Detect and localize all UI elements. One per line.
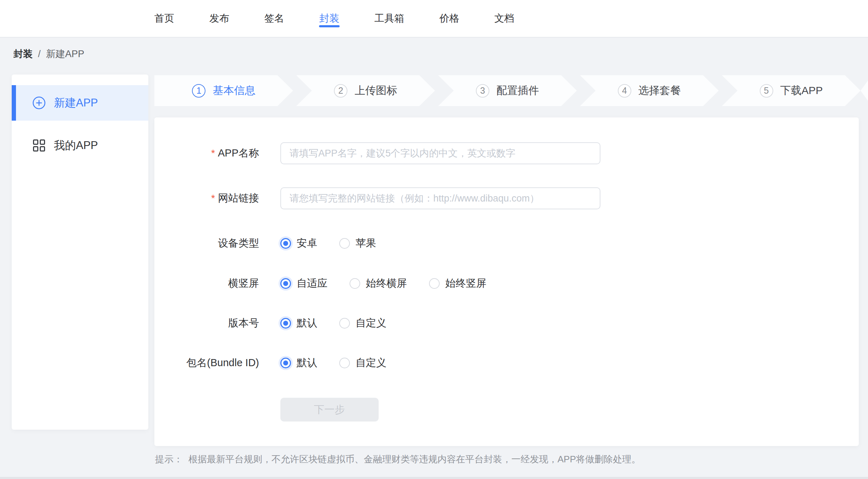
- radio-orientation-landscape[interactable]: 始终横屏: [350, 276, 407, 291]
- website-url-input[interactable]: [280, 187, 600, 209]
- breadcrumb-parent[interactable]: 封装: [13, 48, 33, 60]
- radio-bundle-custom[interactable]: 自定义: [339, 356, 386, 370]
- footer-strip: [0, 477, 868, 479]
- step-label: 下载APP: [780, 83, 823, 98]
- nav-item-package[interactable]: 封装: [319, 0, 339, 37]
- radio-orientation-auto[interactable]: 自适应: [280, 276, 328, 291]
- app-name-input[interactable]: [280, 142, 600, 164]
- nav-item-toolbox[interactable]: 工具箱: [374, 0, 404, 37]
- version-label: 版本号: [154, 316, 259, 330]
- radio-icon: [350, 278, 360, 289]
- step-1-basic-info: 1 基本信息: [154, 75, 293, 106]
- app-name-label: *APP名称: [154, 146, 259, 160]
- required-asterisk: *: [211, 193, 215, 204]
- sidebar-item-label: 我的APP: [54, 138, 98, 153]
- step-label: 选择套餐: [638, 83, 681, 98]
- top-navigation-bar: 首页 发布 签名 封装 工具箱 价格 文档: [0, 0, 868, 38]
- website-url-row: *网站链接: [154, 187, 859, 209]
- device-type-label: 设备类型: [154, 236, 259, 250]
- nav-item-home[interactable]: 首页: [154, 0, 174, 37]
- next-step-button[interactable]: 下一步: [280, 398, 379, 422]
- radio-icon: [429, 278, 440, 289]
- website-url-label: *网站链接: [154, 191, 259, 205]
- sidebar-item-label: 新建APP: [54, 95, 98, 110]
- bundle-id-row: 包名(Bundle ID) 默认 自定义: [154, 356, 859, 370]
- breadcrumb-separator: /: [38, 49, 41, 60]
- step-4-select-plan: 4 选择套餐: [580, 75, 719, 106]
- sidebar-item-new-app[interactable]: 新建APP: [12, 85, 148, 121]
- main-nav: 首页 发布 签名 封装 工具箱 价格 文档: [154, 0, 514, 37]
- radio-icon: [280, 318, 291, 329]
- breadcrumb: 封装 / 新建APP: [13, 48, 84, 60]
- grid-icon: [32, 138, 46, 153]
- step-number: 3: [476, 84, 489, 98]
- sidebar: 新建APP 我的APP: [12, 75, 148, 430]
- radio-version-default[interactable]: 默认: [280, 316, 317, 330]
- step-number: 2: [334, 84, 347, 98]
- hint-prefix: 提示：: [155, 454, 183, 464]
- radio-icon: [280, 238, 291, 249]
- platform-rules-hint: 提示：根据最新平台规则，不允许区块链虚拟币、金融理财类等违规内容在平台封装，一经…: [155, 453, 641, 466]
- step-number: 1: [192, 84, 205, 98]
- step-wizard: 1 基本信息 2 上传图标 3 配置插件 4 选择套餐 5 下载APP: [154, 75, 861, 106]
- step-2-upload-icon: 2 上传图标: [296, 75, 435, 106]
- new-app-form: *APP名称 *网站链接 设备类型 安卓 苹果 横竖屏: [154, 117, 859, 446]
- step-label: 配置插件: [496, 83, 539, 98]
- radio-bundle-default[interactable]: 默认: [280, 356, 317, 370]
- step-5-download-app: 5 下载APP: [722, 75, 861, 106]
- app-name-row: *APP名称: [154, 142, 859, 164]
- required-asterisk: *: [211, 148, 215, 159]
- step-number: 5: [760, 84, 773, 98]
- nav-item-docs[interactable]: 文档: [494, 0, 514, 37]
- orientation-label: 横竖屏: [154, 276, 259, 291]
- orientation-row: 横竖屏 自适应 始终横屏 始终竖屏: [154, 276, 859, 291]
- radio-icon: [339, 318, 350, 329]
- radio-icon: [280, 278, 291, 289]
- device-type-row: 设备类型 安卓 苹果: [154, 236, 859, 250]
- step-label: 上传图标: [355, 83, 397, 98]
- sidebar-item-my-app[interactable]: 我的APP: [12, 128, 148, 163]
- hint-text: 根据最新平台规则，不允许区块链虚拟币、金融理财类等违规内容在平台封装，一经发现，…: [188, 454, 641, 464]
- radio-device-android[interactable]: 安卓: [280, 236, 317, 250]
- bundle-id-label: 包名(Bundle ID): [154, 356, 259, 370]
- radio-orientation-portrait[interactable]: 始终竖屏: [429, 276, 487, 291]
- nav-item-price[interactable]: 价格: [439, 0, 459, 37]
- radio-device-ios[interactable]: 苹果: [339, 236, 376, 250]
- radio-icon: [339, 358, 350, 368]
- nav-item-sign[interactable]: 签名: [264, 0, 284, 37]
- nav-item-publish[interactable]: 发布: [209, 0, 229, 37]
- step-number: 4: [618, 84, 631, 98]
- stepper-tail-decoration: [861, 81, 868, 101]
- radio-icon: [280, 358, 291, 368]
- version-row: 版本号 默认 自定义: [154, 316, 859, 330]
- radio-version-custom[interactable]: 自定义: [339, 316, 386, 330]
- step-label: 基本信息: [213, 83, 255, 98]
- step-3-configure-plugins: 3 配置插件: [438, 75, 577, 106]
- breadcrumb-current: 新建APP: [46, 48, 84, 60]
- plus-circle-icon: [32, 96, 46, 110]
- radio-icon: [339, 238, 350, 249]
